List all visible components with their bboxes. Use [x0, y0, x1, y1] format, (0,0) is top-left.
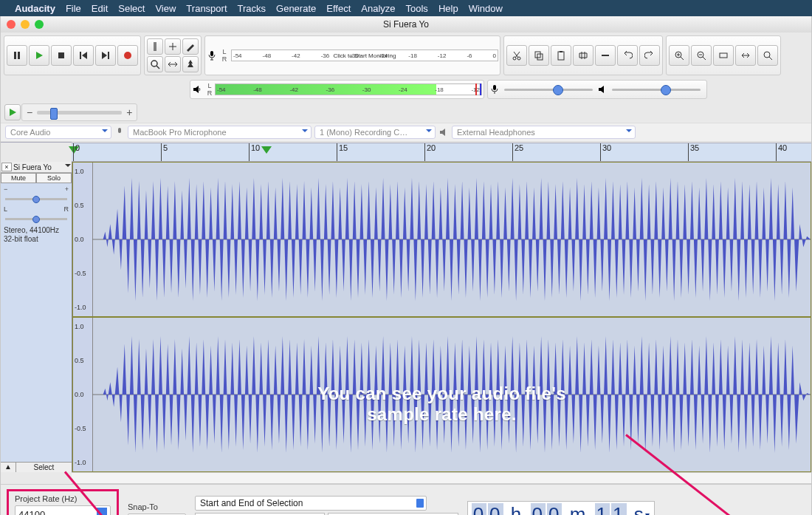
amplitude-axis: 1.0 0.5 0.0 -0.5 -1.0 — [73, 163, 93, 316]
waveform-left[interactable]: 1.0 0.5 0.0 -0.5 -1.0 — [72, 162, 811, 317]
project-rate-label: Project Rate (Hz) — [15, 494, 111, 503]
microphone-icon — [489, 84, 500, 95]
track-menu-dropdown[interactable] — [65, 164, 71, 170]
track-format-info: Stereo, 44100Hz 32-bit float — [1, 223, 72, 247]
horizontal-scrollbar[interactable] — [72, 472, 811, 484]
zoom-out-button[interactable] — [691, 45, 712, 66]
svg-point-5 — [124, 52, 131, 59]
stop-button[interactable] — [51, 45, 72, 66]
envelope-tool[interactable] — [165, 38, 181, 55]
undo-button[interactable] — [617, 45, 638, 66]
track-close-button[interactable]: × — [1, 163, 12, 171]
copy-button[interactable] — [529, 45, 549, 66]
play-meter-bar[interactable]: -54-48-42-36-30-24-18-12 — [215, 83, 482, 95]
waveform-area[interactable]: 1.0 0.5 0.0 -0.5 -1.0 1.0 0.5 0.0 -0.5 — [72, 162, 811, 472]
draw-tool[interactable] — [182, 38, 199, 55]
menu-effect[interactable]: Effect — [326, 3, 351, 14]
track-name[interactable]: Si Fuera Yo — [13, 163, 63, 171]
macos-menubar: Audacity File Edit Select View Transport… — [0, 0, 812, 16]
menu-edit[interactable]: Edit — [92, 3, 108, 14]
audio-host-select[interactable]: Core Audio — [5, 126, 111, 139]
selection-mode-select[interactable]: Start and End of Selection — [195, 496, 427, 511]
rec-meter-bar[interactable]: -54-48-42-36-30-24-18-12-60 Click to Sta… — [231, 50, 498, 61]
track-select-button[interactable]: Select — [16, 463, 72, 472]
svg-rect-13 — [560, 51, 562, 52]
audacity-window: Si Fuera Yo — [0, 16, 812, 515]
silence-button[interactable] — [595, 45, 616, 66]
svg-rect-18 — [493, 85, 496, 90]
edit-toolbar — [503, 35, 663, 75]
zoom-tool[interactable] — [147, 56, 163, 72]
record-button[interactable] — [117, 45, 138, 66]
waveform-svg — [92, 163, 811, 316]
tracks-area: × Si Fuera Yo Mute Solo −+ LR Stereo, 44… — [1, 162, 811, 472]
zoom-toolbar — [666, 35, 781, 75]
menu-file[interactable]: File — [66, 3, 81, 14]
paste-button[interactable] — [551, 45, 571, 66]
microphone-icon — [114, 127, 125, 137]
menu-window[interactable]: Window — [469, 3, 503, 14]
rec-meter-hint: Click to Start Monitoring — [232, 50, 498, 61]
menu-transport[interactable]: Transport — [186, 3, 227, 14]
toolbar-row-2: − + — [1, 102, 811, 123]
snap-to-box: Snap-To Off — [128, 502, 186, 515]
play-volume-slider[interactable] — [612, 83, 701, 96]
input-device-select[interactable]: MacBook Pro Microphone — [128, 126, 312, 139]
mixer-toolbar — [487, 80, 707, 99]
menu-tools[interactable]: Tools — [406, 3, 428, 14]
skip-start-button[interactable] — [73, 45, 94, 66]
menu-generate[interactable]: Generate — [276, 3, 316, 14]
menu-analyze[interactable]: Analyze — [361, 3, 395, 14]
svg-point-6 — [151, 61, 157, 66]
pause-button[interactable] — [7, 45, 27, 66]
selection-range-box: Start and End of Selection 00h00m00.000s… — [195, 496, 458, 515]
annotation-text: You can see your audio file's sample rat… — [72, 383, 811, 425]
zoom-toggle-button[interactable] — [757, 45, 778, 66]
audio-position-time[interactable]: 00 h 00 m 11 s▾ — [467, 501, 655, 515]
svg-rect-3 — [80, 52, 81, 59]
solo-button[interactable]: Solo — [36, 173, 72, 183]
track-gain-slider[interactable] — [5, 198, 67, 200]
titlebar: Si Fuera Yo — [1, 16, 811, 33]
device-toolbar: Core Audio MacBook Pro Microphone 1 (Mon… — [1, 123, 811, 142]
speaker-icon — [438, 127, 449, 137]
svg-point-17 — [764, 52, 770, 58]
play-button[interactable] — [29, 45, 49, 66]
playback-speed-slider[interactable]: − + — [21, 103, 137, 121]
skip-end-button[interactable] — [95, 45, 116, 66]
zoom-in-button[interactable] — [669, 45, 689, 66]
input-channels-select[interactable]: 1 (Mono) Recording C… — [314, 126, 436, 139]
svg-rect-4 — [108, 52, 109, 59]
speaker-icon — [597, 84, 608, 95]
output-device-select[interactable]: External Headphones — [452, 126, 636, 139]
trim-button[interactable] — [573, 45, 593, 66]
redo-button[interactable] — [639, 45, 660, 66]
mute-button[interactable]: Mute — [1, 173, 36, 183]
fit-project-button[interactable] — [735, 45, 756, 66]
selection-toolbar: Project Rate (Hz) 44100 Snap-To Off Star… — [1, 484, 811, 515]
svg-rect-2 — [58, 52, 64, 58]
cut-button[interactable] — [506, 45, 527, 66]
menu-help[interactable]: Help — [438, 3, 458, 14]
tools-toolbar — [144, 35, 202, 75]
multi-tool[interactable] — [182, 56, 199, 72]
timeline-ruler[interactable]: 0 5 10 15 20 25 30 35 40 — [72, 143, 811, 162]
svg-rect-0 — [14, 52, 16, 59]
track-control-panel: × Si Fuera Yo Mute Solo −+ LR Stereo, 44… — [1, 162, 72, 472]
playhead-marker[interactable] — [261, 146, 272, 159]
menu-select[interactable]: Select — [118, 3, 145, 14]
play-at-speed-button[interactable] — [4, 104, 21, 120]
playback-meter[interactable]: L R -54-48-42-36-30-24-18-12 — [190, 80, 484, 99]
track-pan-slider[interactable] — [5, 218, 67, 220]
timeshift-tool[interactable] — [165, 56, 181, 72]
meter-r: R — [219, 55, 230, 63]
rec-volume-slider[interactable] — [504, 83, 593, 96]
track-collapse-button[interactable]: ▲ — [1, 463, 16, 472]
svg-rect-16 — [720, 53, 727, 58]
app-name[interactable]: Audacity — [15, 3, 55, 14]
fit-selection-button[interactable] — [713, 45, 734, 66]
menu-view[interactable]: View — [155, 3, 176, 14]
selection-tool[interactable] — [147, 38, 163, 55]
recording-meter[interactable]: L R -54-48-42-36-30-24-18-12-60 Click to… — [204, 35, 500, 75]
menu-tracks[interactable]: Tracks — [238, 3, 266, 14]
